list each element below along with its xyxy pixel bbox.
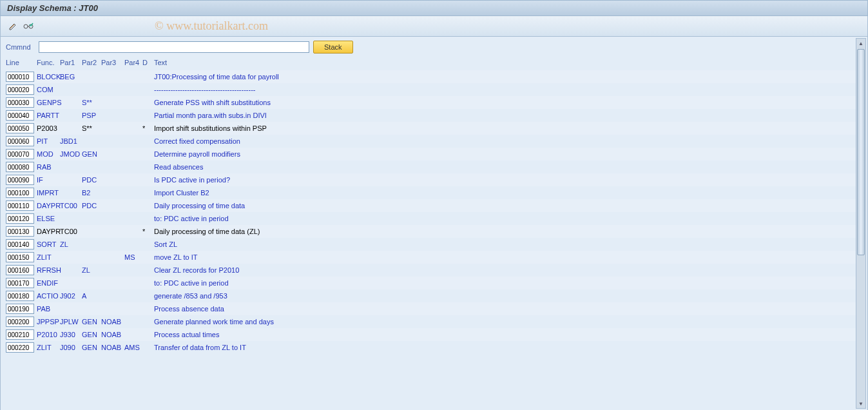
line-input[interactable] [6,317,34,327]
line-input[interactable] [6,291,34,301]
line-input[interactable] [6,252,34,262]
table-row: BLOCKBEGJT00:Processing of time data for… [6,70,862,83]
line-input[interactable] [6,110,34,121]
vertical-scrollbar[interactable]: ▲ ▼ [856,38,866,409]
text-cell: Process absence data [154,305,862,313]
table-body: BLOCKBEGJT00:Processing of time data for… [6,70,862,354]
header-d: D [142,59,154,66]
table-row: MODJMODGENDetermine payroll modifiers [6,148,862,161]
par1-cell: JMOD [60,150,82,158]
text-cell: Generate planned work time and days [154,318,862,326]
par1-cell: JPLW [60,318,82,326]
table-row: ENDIFto: PDC active in period [6,277,862,289]
table-row: RFRSHZLClear ZL records for P2010 [6,264,862,277]
scroll-up-icon[interactable]: ▲ [856,39,865,48]
line-input[interactable] [6,226,34,237]
line-input[interactable] [6,278,34,288]
par3-cell: NOAB [101,331,124,338]
line-input[interactable] [6,84,34,95]
line-cell [6,149,37,159]
line-cell [6,213,37,224]
line-cell [6,291,37,301]
table-row: ZLITJ090GENNOABAMSTransfer of data from … [6,341,862,354]
text-cell: Sort ZL [154,240,862,248]
func-cell: RAB [37,163,60,171]
command-label: Cmmnd [6,43,35,51]
table-row: SORTZLSort ZL [6,238,862,251]
func-cell: DAYPR [37,228,60,235]
line-cell [6,265,37,275]
line-input[interactable] [6,123,34,133]
line-cell [6,136,37,146]
text-cell: generate /853 and /953 [154,292,862,300]
line-cell [6,252,37,262]
line-input[interactable] [6,329,34,340]
par1-cell: J090 [60,344,82,351]
text-cell: Clear ZL records for P2010 [154,266,862,274]
func-cell: COM [37,86,60,93]
glasses-check-icon[interactable] [23,21,34,32]
header-par4: Par4 [124,59,142,66]
line-input[interactable] [6,213,34,224]
scroll-thumb[interactable] [857,49,865,255]
line-input[interactable] [6,136,34,146]
stack-button[interactable]: Stack [313,41,353,54]
par2-cell: A [82,292,101,300]
func-cell: ZLIT [37,344,60,351]
line-input[interactable] [6,304,34,314]
table-row: RABRead absences [6,161,862,173]
text-cell: Transfer of data from ZL to IT [154,344,862,351]
line-input[interactable] [6,97,34,108]
text-cell: Import Cluster B2 [154,189,862,197]
line-input[interactable] [6,342,34,353]
table-row: PARTTPSPPartial month para.with subs.in … [6,109,862,122]
func-cell: IF [37,176,60,184]
line-input[interactable] [6,149,34,159]
line-input[interactable] [6,175,34,185]
text-cell: Partial month para.with subs.in DIVI [154,112,862,119]
line-cell [6,123,37,133]
func-cell: GENPS [37,99,60,106]
line-cell [6,342,37,353]
line-cell [6,175,37,185]
header-func: Func. [37,59,60,66]
func-cell: SORT [37,240,60,248]
func-cell: IMPRT [37,189,60,197]
func-cell: ENDIF [37,279,60,287]
line-cell [6,97,37,108]
line-cell [6,304,37,314]
par2-cell: GEN [82,150,101,158]
text-cell: Import shift substitutions within PSP [154,124,862,132]
line-input[interactable] [6,265,34,275]
text-cell: move ZL to IT [154,253,862,261]
command-row: Cmmnd Stack [6,41,862,54]
line-input[interactable] [6,72,34,82]
line-cell [6,329,37,340]
text-cell: Determine payroll modifiers [154,150,862,158]
command-input[interactable] [39,41,309,53]
scroll-down-icon[interactable]: ▼ [856,399,865,408]
toolbar [0,16,868,37]
func-cell: ACTIO [37,292,60,300]
line-cell [6,72,37,82]
par2-cell: PDC [82,176,101,184]
text-cell: Read absences [154,163,862,171]
func-cell: P2003 [37,124,60,132]
par2-cell: GEN [82,331,101,338]
table-row: P2010J930GENNOABProcess actual times [6,328,862,341]
par1-cell: J902 [60,292,82,300]
line-cell [6,317,37,327]
par2-cell: ZL [82,266,101,274]
svg-point-0 [24,24,28,28]
pencil-icon[interactable] [7,21,19,32]
par2-cell: PSP [82,112,101,119]
line-cell [6,84,37,95]
line-input[interactable] [6,188,34,198]
par1-cell: J930 [60,331,82,338]
line-input[interactable] [6,200,34,211]
text-cell: Correct fixed compensation [154,137,862,145]
line-input[interactable] [6,239,34,249]
text-cell: ----------------------------------------… [154,86,862,93]
header-line: Line [6,59,37,66]
line-input[interactable] [6,162,34,172]
